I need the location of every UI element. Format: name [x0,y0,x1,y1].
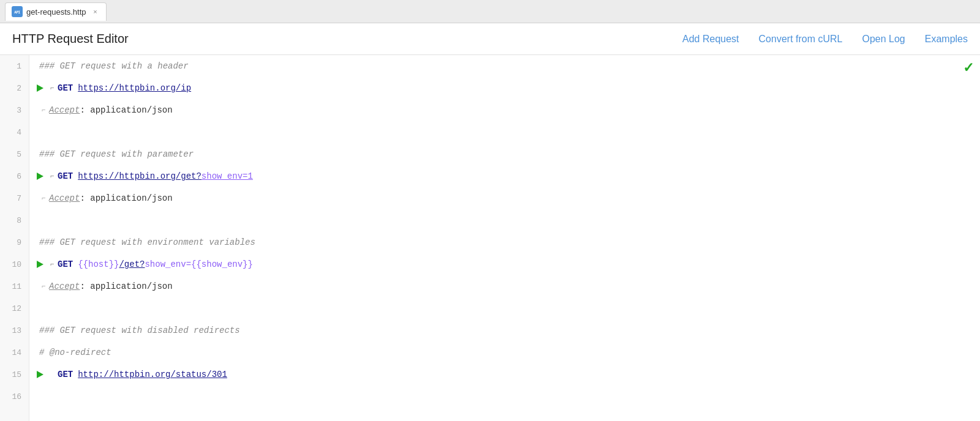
line-1-comment: ### GET request with a header [39,61,189,71]
run-triangle-icon-10 [37,261,43,268]
line-num-4: 4 [0,121,29,143]
line-num-5: 5 [0,143,29,165]
fold-indicator-3[interactable]: ⌐ [39,106,48,114]
line-15-url: http://httpbin.org/status/301 [78,370,227,379]
run-triangle-icon-15 [37,371,43,378]
run-button-6[interactable] [34,171,45,182]
line-6-url-query: show_env=1 [202,171,253,181]
checkmark-icon: ✓ [963,60,974,76]
line-num-13: 13 [0,319,29,341]
line-14-directive: # @no-redirect [39,348,111,357]
line-2-method: GET [58,83,73,93]
line-11-header-value: : application/json [80,281,172,291]
fold-indicator-6[interactable]: ⌐ [48,172,56,181]
line-5-comment: ### GET request with parameter [39,149,194,159]
editor-line-6: ⌐ GET https://httpbin.org/get?show_env=1 [29,165,980,187]
line-3-header-value: : application/json [80,105,172,115]
editor-line-9: ### GET request with environment variabl… [29,231,980,253]
fold-indicator-7[interactable]: ⌐ [39,194,48,203]
line-num-8: 8 [0,209,29,231]
run-button-10[interactable] [34,259,45,270]
line-2-url: https://httpbin.org/ip [78,83,191,93]
line-13-comment: ### GET request with disabled redirects [39,326,240,335]
editor-line-10: ⌐ GET {{host}}/get?show_env={{show_env}} [29,253,980,275]
editor-content[interactable]: ### GET request with a header ⌐ GET http… [29,55,980,421]
line-10-method: GET [58,259,73,269]
editor-lines: ### GET request with a header ⌐ GET http… [29,55,980,408]
line-7-header-value: : application/json [80,193,172,203]
line-11-header-key: Accept [49,281,80,291]
line-6-method: GET [58,171,73,181]
toolbar: HTTP Request Editor Add Request Convert … [0,23,980,55]
open-log-button[interactable]: Open Log [862,34,905,45]
line-num-10: 10 [0,253,29,275]
line-numbers: 1 2 3 4 5 6 7 8 9 10 11 12 13 14 15 16 [0,55,29,421]
line-9-comment: ### GET request with environment variabl… [39,237,255,247]
add-request-button[interactable]: Add Request [682,34,739,45]
editor-line-7: ⌐ Accept : application/json [29,187,980,209]
editor-line-14: # @no-redirect [29,341,980,363]
line-num-11: 11 [0,275,29,297]
editor-line-16 [29,386,980,408]
line-num-7: 7 [0,187,29,209]
editor-line-11: ⌐ Accept : application/json [29,275,980,297]
editor-container: 1 2 3 4 5 6 7 8 9 10 11 12 13 14 15 16 #… [0,55,980,421]
toolbar-actions: Add Request Convert from cURL Open Log E… [682,34,968,45]
tab-bar: API get-requests.http × [0,0,980,23]
tab-file-icon: API [12,6,23,17]
fold-indicator-11[interactable]: ⌐ [39,282,48,291]
line-num-14: 14 [0,341,29,363]
editor-line-4 [29,121,980,143]
line-num-2: 2 [0,77,29,99]
fold-indicator-2[interactable]: ⌐ [48,84,56,92]
examples-button[interactable]: Examples [925,34,968,45]
run-triangle-icon-2 [37,84,43,92]
editor-line-13: ### GET request with disabled redirects [29,319,980,341]
line-10-url-var1: {{host}} [78,259,119,269]
run-button-15[interactable] [34,369,45,380]
run-triangle-icon-6 [37,173,43,180]
fold-indicator-10[interactable]: ⌐ [48,260,56,269]
line-num-15: 15 [0,363,29,386]
line-num-3: 3 [0,99,29,121]
tab-filename: get-requests.http [26,7,86,17]
line-num-1: 1 [0,55,29,77]
line-6-url-base: https://httpbin.org/get? [78,171,202,181]
editor-line-5: ### GET request with parameter [29,143,980,165]
tab-get-requests[interactable]: API get-requests.http × [5,2,107,21]
line-num-9: 9 [0,231,29,253]
page-title: HTTP Request Editor [12,32,129,46]
editor-line-12 [29,297,980,319]
editor-line-3: ⌐ Accept : application/json [29,99,980,121]
line-num-16: 16 [0,386,29,408]
line-10-url-var2: show_env={{show_env}} [145,259,252,269]
editor-line-8 [29,209,980,231]
editor-line-15: ⌐ GET http://httpbin.org/status/301 [29,363,980,386]
run-button-2[interactable] [34,83,45,94]
tab-close-button[interactable]: × [91,7,100,16]
editor-line-1: ### GET request with a header [29,55,980,77]
line-3-header-key: Accept [49,105,80,115]
line-num-6: 6 [0,165,29,187]
line-num-12: 12 [0,297,29,319]
editor-line-2: ⌐ GET https://httpbin.org/ip [29,77,980,99]
line-7-header-key: Accept [49,193,80,203]
line-10-url-path: /get? [119,259,145,269]
line-15-method: GET [58,370,73,379]
convert-curl-button[interactable]: Convert from cURL [759,34,843,45]
